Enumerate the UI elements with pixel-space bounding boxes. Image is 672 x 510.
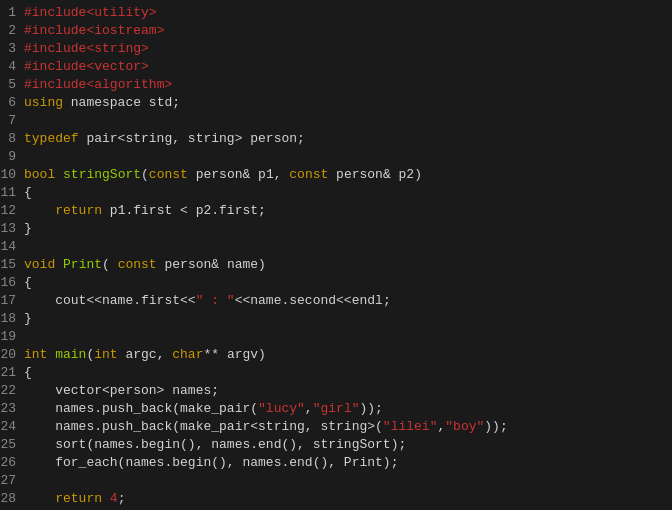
line-number: 9	[0, 148, 24, 166]
line-number: 15	[0, 256, 24, 274]
token: argc,	[118, 347, 173, 362]
line-content: #include<vector>	[24, 58, 149, 76]
token: const	[289, 167, 328, 182]
token: using	[24, 95, 63, 110]
line-content: typedef pair<string, string> person;	[24, 130, 305, 148]
code-line: 22 vector<person> names;	[0, 382, 672, 400]
code-line: 28 return 4;	[0, 490, 672, 508]
code-line: 23 names.push_back(make_pair("lucy","gir…	[0, 400, 672, 418]
token: (	[102, 257, 118, 272]
token: 4	[110, 491, 118, 506]
line-number: 1	[0, 4, 24, 22]
line-content: }	[24, 310, 32, 328]
token: const	[149, 167, 188, 182]
code-line: 1#include<utility>	[0, 4, 672, 22]
token: ;	[118, 491, 126, 506]
line-content: using namespace std;	[24, 94, 180, 112]
line-content	[24, 112, 32, 130]
line-number: 6	[0, 94, 24, 112]
code-line: 19	[0, 328, 672, 346]
line-content	[24, 148, 32, 166]
token: ,	[305, 401, 313, 416]
code-line: 27	[0, 472, 672, 490]
line-content: #include<iostream>	[24, 22, 164, 40]
code-line: 17 cout<<name.first<<" : "<<name.second<…	[0, 292, 672, 310]
line-content: void Print( const person& name)	[24, 256, 266, 274]
token: Print	[63, 257, 102, 272]
token: names.push_back(make_pair<string, string…	[24, 419, 383, 434]
token: p1.first	[102, 203, 180, 218]
token	[24, 203, 55, 218]
token: #include	[24, 41, 86, 56]
token: return	[55, 491, 102, 506]
token: #include	[24, 5, 86, 20]
code-line: 2#include<iostream>	[0, 22, 672, 40]
token: void	[24, 257, 55, 272]
token: namespace std;	[63, 95, 180, 110]
code-line: 4#include<vector>	[0, 58, 672, 76]
code-line: 6using namespace std;	[0, 94, 672, 112]
line-number: 27	[0, 472, 24, 490]
code-line: 9	[0, 148, 672, 166]
token: names.push_back(make_pair(	[24, 401, 258, 416]
code-line: 11{	[0, 184, 672, 202]
line-content: names.push_back(make_pair("lucy","girl")…	[24, 400, 383, 418]
code-line: 12 return p1.first < p2.first;	[0, 202, 672, 220]
token: ));	[484, 419, 507, 434]
line-number: 16	[0, 274, 24, 292]
line-number: 8	[0, 130, 24, 148]
token: #include	[24, 23, 86, 38]
line-number: 23	[0, 400, 24, 418]
token: <string>	[86, 41, 148, 56]
token: (	[141, 167, 149, 182]
code-line: 3#include<string>	[0, 40, 672, 58]
token: <algorithm>	[86, 77, 172, 92]
token: main	[55, 347, 86, 362]
code-line: 5#include<algorithm>	[0, 76, 672, 94]
line-number: 4	[0, 58, 24, 76]
line-number: 13	[0, 220, 24, 238]
code-line: 10bool stringSort(const person& p1, cons…	[0, 166, 672, 184]
token: typedef	[24, 131, 79, 146]
token: char	[172, 347, 203, 362]
token: {	[24, 185, 32, 200]
line-number: 11	[0, 184, 24, 202]
line-content: int main(int argc, char** argv)	[24, 346, 266, 364]
token: ** argv)	[203, 347, 265, 362]
line-number: 3	[0, 40, 24, 58]
line-number: 24	[0, 418, 24, 436]
code-line: 14	[0, 238, 672, 256]
token	[102, 491, 110, 506]
line-content: }	[24, 220, 32, 238]
line-number: 17	[0, 292, 24, 310]
token: cout<<name.first<<	[24, 293, 196, 308]
token: stringSort	[63, 167, 141, 182]
line-content: sort(names.begin(), names.end(), stringS…	[24, 436, 406, 454]
line-content: {	[24, 364, 32, 382]
line-number: 10	[0, 166, 24, 184]
code-line: 26 for_each(names.begin(), names.end(), …	[0, 454, 672, 472]
line-number: 2	[0, 22, 24, 40]
code-line: 7	[0, 112, 672, 130]
line-content: #include<utility>	[24, 4, 157, 22]
token: <iostream>	[86, 23, 164, 38]
token: int	[24, 347, 47, 362]
token: "boy"	[445, 419, 484, 434]
token: ));	[359, 401, 382, 416]
code-line: 15void Print( const person& name)	[0, 256, 672, 274]
token: {	[24, 275, 32, 290]
token: <<name.second<<endl;	[235, 293, 391, 308]
token: vector<person> names;	[24, 383, 219, 398]
code-line: 13}	[0, 220, 672, 238]
token: pair<string, string> person;	[79, 131, 305, 146]
line-content: cout<<name.first<<" : "<<name.second<<en…	[24, 292, 391, 310]
token	[55, 257, 63, 272]
line-number: 5	[0, 76, 24, 94]
code-line: 8typedef pair<string, string> person;	[0, 130, 672, 148]
token	[24, 491, 55, 506]
line-number: 14	[0, 238, 24, 256]
line-number: 18	[0, 310, 24, 328]
code-line: 25 sort(names.begin(), names.end(), stri…	[0, 436, 672, 454]
code-line: 16{	[0, 274, 672, 292]
code-line: 21{	[0, 364, 672, 382]
